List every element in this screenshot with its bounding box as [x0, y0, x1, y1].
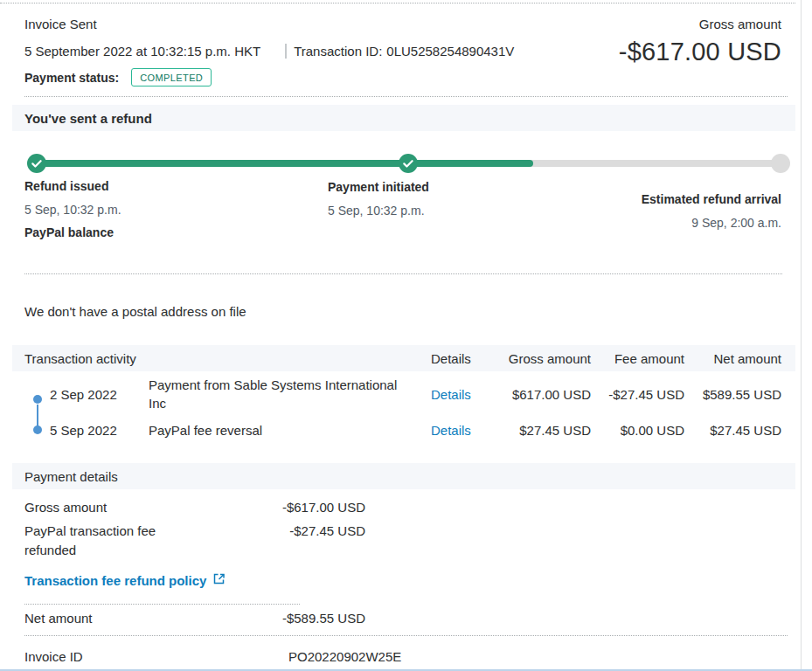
refund-section-header: You've sent a refund: [12, 105, 795, 131]
step-time: 9 Sep, 2:00 a.m.: [642, 216, 781, 230]
payment-status-row: Payment status: COMPLETED: [24, 68, 212, 86]
column-header-fee: Fee amount: [599, 351, 692, 366]
timeline-dot: [33, 425, 42, 434]
step-label: Payment initiated: [328, 180, 429, 194]
row-fee-amount: $0.00 USD: [599, 423, 692, 438]
policy-link-label: Transaction fee refund policy: [24, 573, 206, 588]
activity-table-body: 2 Sep 2022 Payment from Sable Systems In…: [12, 373, 795, 445]
detail-label: Net amount: [24, 609, 210, 628]
payment-detail-row: Gross amount -$617.00 USD: [24, 498, 365, 517]
fee-refund-policy-link[interactable]: Transaction fee refund policy: [24, 572, 226, 588]
transaction-datetime: 5 September 2022 at 10:32:15 p.m. HKT: [24, 44, 260, 59]
step-method: PayPal balance: [24, 225, 121, 239]
detail-value: PO20220902W25E: [288, 647, 479, 667]
step-label: Refund issued: [24, 179, 121, 193]
row-net-amount: $589.55 USD: [692, 387, 789, 402]
details-link[interactable]: Details: [429, 387, 506, 402]
tracker-step-payment-initiated: Payment initiated 5 Sep, 10:32 p.m.: [328, 180, 429, 226]
row-net-amount: $27.45 USD: [692, 423, 789, 438]
gross-amount-value: -$617.00 USD: [619, 38, 781, 66]
check-icon: [27, 154, 46, 173]
payment-status-label: Payment status:: [24, 71, 119, 85]
row-fee-amount: -$27.45 USD: [599, 387, 692, 402]
invoice-id-row: Invoice ID PO20220902W25E: [24, 647, 479, 667]
tracker-divider: [24, 273, 782, 274]
payment-detail-row: PayPal transaction fee refunded -$27.45 …: [24, 522, 365, 560]
table-row: 2 Sep 2022 Payment from Sable Systems In…: [12, 373, 795, 415]
header-divider: [24, 96, 788, 97]
transaction-meta-row: 5 September 2022 at 10:32:15 p.m. HKT Tr…: [24, 44, 514, 59]
net-divider: [24, 635, 788, 636]
detail-value: -$27.45 USD: [210, 522, 365, 560]
progress-bar-fill: [37, 160, 533, 167]
step-time: 5 Sep, 10:32 p.m.: [328, 204, 429, 218]
payment-details-header: Payment details: [12, 463, 795, 489]
status-badge: COMPLETED: [131, 68, 212, 86]
step-label: Estimated refund arrival: [642, 192, 781, 206]
short-divider: [24, 604, 300, 605]
detail-label: Invoice ID: [24, 647, 288, 667]
gross-amount-block: Gross amount -$617.00 USD: [619, 17, 781, 66]
tracker-step-estimated-arrival: Estimated refund arrival 9 Sep, 2:00 a.m…: [642, 192, 781, 239]
page-title: Invoice Sent: [24, 17, 97, 31]
top-divider: [0, 3, 795, 3]
payment-detail-row: Net amount -$589.55 USD: [24, 609, 365, 628]
row-date: 2 Sep 2022: [50, 387, 149, 402]
gross-amount-label: Gross amount: [619, 17, 781, 31]
activity-table-header: Transaction activity Details Gross amoun…: [12, 345, 795, 371]
refund-progress-tracker: Refund issued 5 Sep, 10:32 p.m. PayPal b…: [0, 131, 812, 273]
transaction-detail-page: Invoice Sent 5 September 2022 at 10:32:1…: [0, 0, 812, 671]
column-header-net: Net amount: [692, 351, 789, 366]
row-gross-amount: $617.00 USD: [506, 387, 599, 402]
row-date: 5 Sep 2022: [50, 423, 149, 438]
row-gross-amount: $27.45 USD: [506, 423, 599, 438]
detail-value: -$589.55 USD: [210, 609, 365, 628]
details-link[interactable]: Details: [429, 423, 506, 438]
check-icon: [399, 154, 418, 173]
detail-value: -$617.00 USD: [210, 498, 365, 517]
row-description: Payment from Sable Systems International…: [149, 376, 429, 412]
detail-label: PayPal transaction fee refunded: [24, 522, 210, 560]
pending-step-icon: [771, 154, 790, 173]
detail-label: Gross amount: [24, 498, 210, 517]
content-right-border: [801, 0, 802, 671]
postal-address-note: We don't have a postal address on file: [24, 304, 246, 319]
column-header-details: Details: [429, 351, 506, 366]
tracker-step-refund-issued: Refund issued 5 Sep, 10:32 p.m. PayPal b…: [24, 179, 121, 239]
external-link-icon: [212, 572, 226, 588]
transaction-id-value: 0LU5258254890431V: [386, 44, 514, 59]
transaction-id-label: Transaction ID:: [294, 44, 382, 59]
vertical-separator: [285, 44, 287, 59]
activity-title: Transaction activity: [12, 351, 429, 366]
column-header-gross: Gross amount: [506, 351, 599, 366]
row-description: PayPal fee reversal: [149, 421, 429, 439]
timeline-dot: [33, 395, 42, 404]
step-time: 5 Sep, 10:32 p.m.: [24, 203, 121, 217]
table-row: 5 Sep 2022 PayPal fee reversal Details $…: [12, 415, 795, 445]
